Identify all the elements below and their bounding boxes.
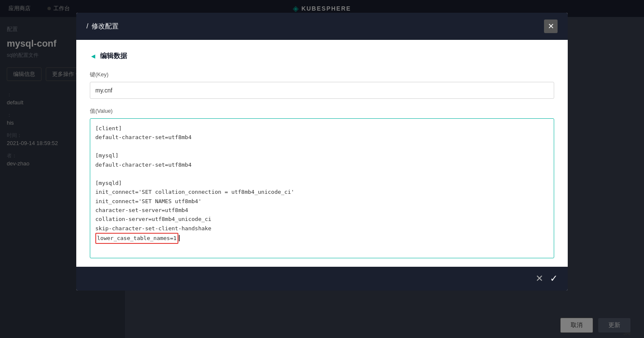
section-back[interactable]: ◄ 编辑数据 (90, 52, 554, 61)
code-line (95, 142, 549, 151)
code-line: character-set-server=utf8mb4 (95, 206, 549, 215)
key-label: 键(Key) (90, 71, 554, 78)
back-arrow-icon: ◄ (90, 53, 97, 60)
code-line: [mysqld] (95, 179, 549, 187)
value-editor[interactable]: [client]default-character-set=utf8mb4 [m… (90, 118, 554, 258)
modal-footer: ✕ ✓ (76, 267, 568, 291)
footer-confirm-icon[interactable]: ✓ (550, 273, 558, 284)
modal-overlay: / 修改配置 ✕ ◄ 编辑数据 键(Key) 值(Value) [client]… (0, 0, 644, 338)
modal-close-button[interactable]: ✕ (544, 20, 558, 33)
modal-header: / 修改配置 ✕ (76, 13, 568, 40)
code-line: init_connect='SET collation_connection =… (95, 187, 549, 196)
key-input[interactable] (90, 82, 554, 99)
code-line: [mysql] (95, 151, 549, 160)
footer-cancel-icon[interactable]: ✕ (536, 273, 543, 284)
text-cursor (179, 235, 183, 241)
code-line: [client] (95, 124, 549, 133)
highlighted-line: lower_case_table_names=1 (95, 233, 178, 243)
modal-body: ◄ 编辑数据 键(Key) 值(Value) [client]default-c… (76, 40, 568, 267)
value-label: 值(Value) (90, 107, 554, 115)
modal-dialog: / 修改配置 ✕ ◄ 编辑数据 键(Key) 值(Value) [client]… (76, 13, 568, 291)
code-line: lower_case_table_names=1 (95, 233, 549, 243)
title-slash: / (86, 22, 88, 30)
code-line: collation-server=utf8mb4_unicode_ci (95, 215, 549, 223)
code-line (95, 169, 549, 178)
code-line: default-character-set=utf8mb4 (95, 160, 549, 169)
code-line: skip-character-set-client-handshake (95, 224, 549, 233)
modal-title-area: / 修改配置 (86, 22, 119, 31)
code-line: init_connect='SET NAMES utf8mb4' (95, 197, 549, 206)
code-line: default-character-set=utf8mb4 (95, 133, 549, 142)
section-title: 编辑数据 (100, 52, 127, 61)
modal-title: 修改配置 (92, 22, 119, 31)
